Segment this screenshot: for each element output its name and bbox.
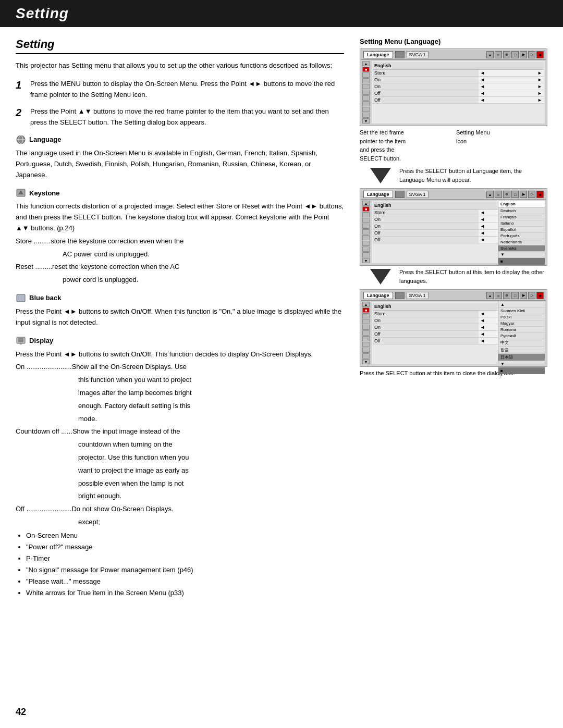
feature-keystone-title: Keystone: [29, 189, 60, 197]
feature-blue-back-header: Blue back: [16, 293, 344, 303]
ui-icon3-5: ▶: [520, 292, 527, 299]
nav3-b1: [362, 313, 370, 318]
menu2-arrow-store: ◄: [479, 209, 486, 216]
page-header: Setting: [0, 0, 563, 27]
nav3-up: ▲: [362, 302, 370, 307]
ui-icon-7-active: ■: [536, 51, 544, 58]
lang-portugues: Português: [498, 233, 545, 239]
lang2-magyar: Magyar: [498, 320, 545, 327]
countdown-desc-3: projector. Use this function when you: [78, 452, 344, 463]
nav3-b7: [362, 348, 370, 353]
left-column: Setting This projector has Setting menu …: [16, 38, 360, 606]
menu-arrow-off1: ◄: [479, 90, 486, 97]
ui-left-nav-2: ▲ ■ ▼: [362, 201, 371, 263]
menu-item-off1: Off: [373, 90, 479, 97]
nav2-b6: [362, 241, 370, 246]
step-1-number: 1: [16, 79, 25, 101]
ui-icon3-1: ▲: [486, 292, 494, 299]
menu2-store: Store: [373, 209, 479, 216]
ui-icon-1: ▲: [486, 51, 494, 58]
lang2-chinese: 中文: [498, 339, 545, 347]
ui-left-nav-3: ▲ ■ ▼: [362, 302, 371, 364]
lang2-japanese: 日本語: [498, 354, 545, 361]
off-desc: Do not show On-Screen Displays.: [71, 505, 173, 513]
nav-b3: [362, 84, 370, 89]
on-desc-2: this function when you want to project: [78, 375, 344, 386]
ui-svga-3: SVGA 1: [407, 292, 429, 299]
ui-menu-table-1: Store ◄ ► On ◄ ► On ◄ ►: [373, 70, 544, 104]
menu3-arrow-off2: ◄: [479, 338, 486, 344]
nav-b5: [362, 95, 370, 101]
reset-desc-cont: power cord is unplugged.: [63, 275, 344, 286]
on-desc: Show all the On-Screen Displays. Use: [72, 363, 187, 371]
ui-icon-row-1: ▲ ☺ ⊕ □ ▶ ▷ ■: [486, 51, 544, 58]
menu-arrow-store: ◄: [479, 70, 486, 77]
ui-icon-globe: [395, 51, 405, 58]
step-1-text: Press the MENU button to display the On-…: [30, 79, 344, 101]
arrow-section-2: Press the SELECT button at this item to …: [360, 268, 547, 285]
ui-icon-globe-2: [395, 191, 405, 198]
menu3-arrow-on1: ◄: [479, 317, 486, 324]
ui-icon3-6: ▷: [528, 292, 535, 299]
menu3-arrow-off1: ◄: [479, 331, 486, 338]
on-label: On ........................: [16, 363, 72, 371]
store-desc-cont: AC power cord is unplugged.: [63, 249, 344, 260]
bullet-5: "Please wait..." message: [26, 576, 344, 587]
ui-icon3-7-active: ■: [536, 292, 544, 299]
ui-menubar-3: Language SVGA 1 ▲ ☺ ⊕ □ ▶ ▷ ■: [361, 291, 546, 301]
bullet-4: "No signal" message for Power management…: [26, 564, 344, 576]
lang2-scroll-down: ▼: [498, 361, 545, 367]
ui-icon2-7-active: ■: [536, 191, 544, 198]
nav-b4: [362, 90, 370, 95]
ui-body-3: ▲ ■ ▼ English Store: [361, 301, 546, 365]
nav-b2: [362, 78, 370, 83]
menu-row-on1: On ◄ ►: [373, 77, 544, 83]
menu-item-store: Store: [373, 70, 479, 77]
arrow-down-2: [370, 269, 391, 285]
bullet-2: "Power off?" message: [26, 541, 344, 553]
nav2-up: ▲: [362, 201, 370, 206]
off-label: Off ........................: [16, 505, 71, 513]
ui-menubar-2: Language SVGA 1 ▲ ☺ ⊕ □ ▶ ▷ ■: [361, 190, 546, 200]
ui-icon2-5: ▶: [520, 191, 527, 198]
menu3-arrow-store: ◄: [479, 311, 486, 317]
ui-icon-row-3: ▲ ☺ ⊕ □ ▶ ▷ ■: [486, 292, 544, 299]
callout-right: Setting Menu icon: [456, 128, 547, 163]
lang2-scroll-up: ▲: [498, 302, 545, 308]
nav2-down: ▼: [362, 258, 370, 263]
intro-text: This projector has Setting menu that all…: [16, 60, 344, 71]
countdown-desc-2: countdown when turning on the: [78, 439, 344, 450]
lang2-russian: Русский: [498, 333, 545, 339]
bullet-3: P-Timer: [26, 553, 344, 564]
menu-row-off1: Off ◄ ►: [373, 90, 544, 97]
ui-icon2-3: ⊕: [503, 191, 510, 198]
header-title: Setting: [16, 5, 547, 22]
ui-icon2-4: □: [511, 191, 519, 198]
lang2-suomen: Suomen Kieli: [498, 308, 545, 314]
menu2-arrow-off1: ◄: [479, 230, 486, 237]
svg-rect-7: [18, 338, 23, 342]
on-desc-3: images after the lamp becomes bright: [78, 388, 344, 399]
off-desc-2: except;: [78, 517, 344, 528]
ui-icon3-2: ☺: [495, 292, 502, 299]
on-desc-5: mode.: [78, 414, 344, 425]
nav2-b3: [362, 224, 370, 229]
countdown-desc-5: possible even when the lamp is not: [78, 478, 344, 489]
menu-val-on2: ►: [486, 83, 544, 90]
menu3-on1: On: [373, 317, 479, 324]
countdown-desc: Show the input image instead of the: [72, 427, 180, 435]
step-2-text: Press the Point ▲▼ buttons to move the r…: [30, 106, 344, 128]
ui-icon-4: □: [511, 51, 519, 58]
ui-mockup-1: Language SVGA 1 ▲ ☺ ⊕ □ ▶ ▷ ■ ▲ ■: [360, 48, 547, 126]
keystone-icon: [16, 188, 26, 198]
ui-mockup-3: Language SVGA 1 ▲ ☺ ⊕ □ ▶ ▷ ■ ▲ ■: [360, 289, 547, 367]
feature-language: Language The language used in the On-Scr…: [16, 134, 344, 180]
menu-arrow-on2: ◄: [479, 83, 486, 90]
menu-item-on1: On: [373, 77, 479, 83]
feature-language-body: The language used in the On-Screen Menu …: [16, 148, 344, 180]
ui-menu-label-1: Language: [363, 51, 393, 58]
display-icon: [16, 336, 26, 346]
ui-left-nav-1: ▲ ■ ▼: [362, 61, 371, 124]
callout-text-2: Setting Menu icon: [456, 128, 547, 145]
lang-nederlands: Nederlands: [498, 239, 545, 245]
